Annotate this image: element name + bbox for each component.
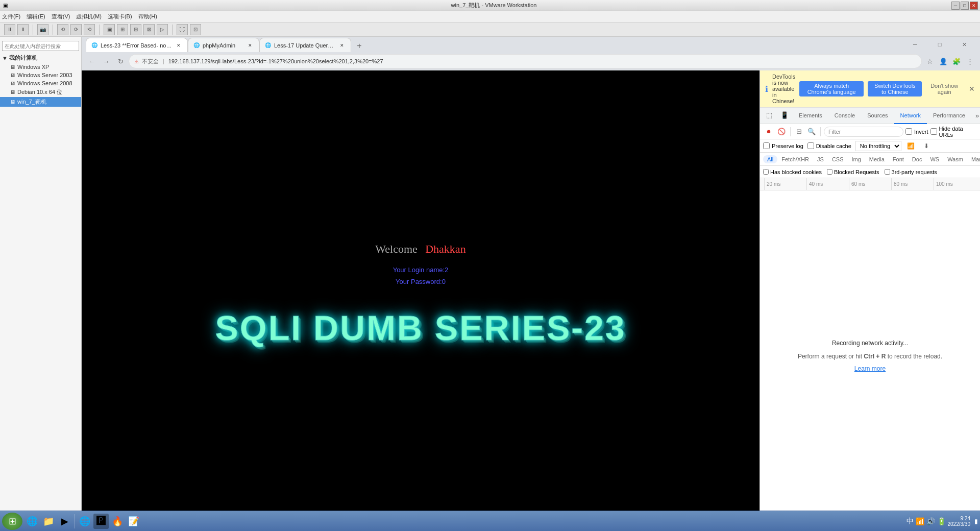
tb-vm4-btn[interactable]: ⊠ [143,24,155,35]
switch-devtools-btn[interactable]: Switch DevTools to Chinese [868,81,922,96]
tb-fullscreen-btn[interactable]: ⛶ [177,24,188,35]
upload-icon[interactable]: ⬇ [921,140,932,152]
filter-input[interactable] [824,127,903,137]
chrome-close-btn[interactable]: ✕ [952,37,976,52]
tab-close-3[interactable]: ✕ [338,42,346,49]
tb-vm3-btn[interactable]: ⊟ [130,24,141,35]
devtools-tab-responsive[interactable]: 📱 [776,108,793,124]
search-btn[interactable]: 🔍 [806,126,817,137]
sidebar-item-win7[interactable]: 🖥 win_7_靶机 [0,97,81,107]
sidebar-item-win2003[interactable]: 🖥 Windows Server 2003 [0,71,81,79]
tb-vm2-btn[interactable]: ⊞ [117,24,128,35]
sidebar-item-debian[interactable]: 🖥 Debian 10.x 64 位 [0,87,81,97]
folder-icon[interactable]: 📁 [41,514,56,529]
sidebar-group-mypc[interactable]: ▼ 我的计算机 [0,53,81,63]
chrome-tab-2[interactable]: 🌐 phpMyAdmin ✕ [188,38,259,52]
third-party-checkbox[interactable] [885,169,890,175]
filter-xhr-btn[interactable]: Fetch/XHR [777,155,813,163]
chrome-taskbar-icon[interactable]: 🌐 [77,514,92,529]
tb-fullscreen2-btn[interactable]: ⊡ [190,24,201,35]
player-icon[interactable]: ▶ [57,514,72,529]
menu-edit[interactable]: 编辑(E) [27,13,45,20]
filter-img-btn[interactable]: Img [848,155,865,163]
chrome-tab-3[interactable]: 🌐 Less-17 Update Query- Error ✕ [259,38,351,52]
record-btn[interactable]: ⏺ [763,126,774,137]
address-bar[interactable]: ⚠ 不安全 | 192.168.137.129/sqli-labs/Less-2… [129,54,922,68]
tb-pause2-btn[interactable]: ⏸ [17,24,29,35]
devtools-tab-elements[interactable]: Elements [793,108,828,124]
burp-taskbar-icon[interactable]: 🔥 [110,514,125,529]
tb-refresh3-btn[interactable]: ⟲ [84,24,95,35]
show-desktop-btn[interactable]: ▮ [974,518,978,525]
chrome-tab-1[interactable]: 🌐 Less-23 **Error Based- no con ✕ [86,38,188,52]
nav-back-btn[interactable]: ← [86,55,98,67]
menu-view[interactable]: 查看(V) [52,13,70,20]
clear-btn[interactable]: 🚫 [776,126,787,137]
nav-forward-btn[interactable]: → [100,55,112,67]
phpmyadmin-taskbar-icon[interactable]: 🅿 [93,514,109,529]
invert-checkbox[interactable] [905,128,912,135]
devtools-tab-console[interactable]: Console [828,108,861,124]
learn-more-link[interactable]: Learn more [854,365,886,372]
filter-wasm-btn[interactable]: Wasm [943,155,967,163]
chrome-menu-btn[interactable]: ⋮ [964,55,976,67]
devtools-tab-sources[interactable]: Sources [861,108,894,124]
tray-network-icon[interactable]: 📶 [916,517,924,525]
tb-pause-btn[interactable]: ⏸ [4,24,15,35]
filter-js-btn[interactable]: JS [813,155,828,163]
sidebar-item-win2008[interactable]: 🖥 Windows Server 2008 [0,79,81,87]
devtools-tab-performance[interactable]: Performance [927,108,971,124]
sublime-taskbar-icon[interactable]: 📝 [126,514,141,529]
blocked-requests-checkbox[interactable] [827,169,832,175]
sidebar-item-winxp[interactable]: 🖥 Windows XP [0,63,81,71]
tb-vm5-btn[interactable]: ▷ [157,24,168,35]
start-button[interactable]: ⊞ [2,513,22,530]
filter-icon-btn[interactable]: ⊟ [794,126,804,137]
ie-icon[interactable]: 🌐 [24,514,40,529]
tray-cn-icon[interactable]: 中 [906,517,914,526]
chrome-new-tab-btn[interactable]: + [353,40,365,52]
vmware-close-btn[interactable]: ✕ [970,2,978,10]
online-icon[interactable]: 📶 [905,140,917,152]
filter-media-btn[interactable]: Media [865,155,889,163]
tb-refresh1-btn[interactable]: ⟲ [57,24,68,35]
nav-reload-btn[interactable]: ↻ [114,55,127,67]
menu-help[interactable]: 帮助(H) [138,13,157,20]
tb-snapshot-btn[interactable]: 📷 [37,24,48,35]
throttling-select[interactable]: No throttling [855,141,901,151]
tb-vm-btn[interactable]: ▣ [104,24,115,35]
tab-close-1[interactable]: ✕ [175,42,182,49]
preserve-log-checkbox[interactable] [763,142,770,149]
match-language-btn[interactable]: Always match Chrome's language [799,81,864,96]
profile-btn[interactable]: 👤 [937,55,949,67]
dont-show-again-btn[interactable]: Don't show again [926,81,963,96]
sidebar-search-input[interactable] [2,41,79,51]
tray-battery-icon[interactable]: 🔋 [937,517,946,525]
filter-css-btn[interactable]: CSS [828,155,848,163]
tb-refresh2-btn[interactable]: ⟳ [70,24,82,35]
filter-manifest-btn[interactable]: Manifest [967,155,980,163]
filter-font-btn[interactable]: Font [889,155,908,163]
tray-volume-icon[interactable]: 🔊 [926,517,935,525]
has-blocked-cookies-checkbox[interactable] [763,169,769,175]
taskbar-clock[interactable]: 9:24 2022/3/30 [948,516,971,527]
extensions-btn[interactable]: 🧩 [950,55,963,67]
chrome-minimize-btn[interactable]: ─ [903,37,927,52]
menu-vm[interactable]: 虚拟机(M) [76,13,102,20]
chrome-maximize-btn[interactable]: □ [928,37,951,52]
devtools-tab-network[interactable]: Network [894,108,927,124]
vmware-maximize-btn[interactable]: □ [961,2,969,10]
vmware-minimize-btn[interactable]: ─ [951,2,960,10]
filter-all-btn[interactable]: All [763,155,777,163]
disable-cache-checkbox[interactable] [807,142,814,149]
filter-ws-btn[interactable]: WS [926,155,943,163]
notification-close-btn[interactable]: ✕ [969,85,975,93]
menu-tabs[interactable]: 选项卡(B) [108,13,132,20]
menu-file[interactable]: 文件(F) [2,13,20,20]
bookmark-star-btn[interactable]: ☆ [924,55,936,67]
tab-close-2[interactable]: ✕ [247,42,254,49]
filter-doc-btn[interactable]: Doc [908,155,926,163]
devtools-tab-more-btn[interactable]: » [971,112,980,119]
hide-urls-checkbox[interactable] [930,128,937,135]
devtools-tab-inspect[interactable]: ⬚ [762,108,776,124]
